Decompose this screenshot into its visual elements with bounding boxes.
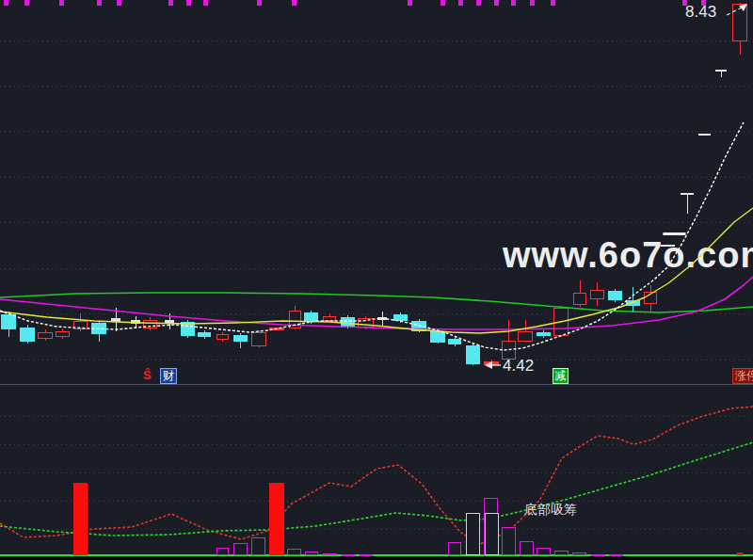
volume-bar bbox=[520, 541, 534, 555]
gridline bbox=[0, 177, 753, 178]
gridline bbox=[0, 472, 753, 473]
top-tick bbox=[458, 0, 463, 6]
candle bbox=[216, 334, 229, 340]
top-tick bbox=[408, 0, 412, 6]
top-tick bbox=[4, 0, 8, 6]
volume-bar bbox=[502, 527, 516, 555]
watermark: www.6o7o.com bbox=[503, 235, 753, 276]
top-tick bbox=[476, 0, 481, 6]
volume-bar bbox=[287, 549, 301, 555]
reduce-marker-badge[interactable]: 减 bbox=[553, 368, 569, 384]
candle bbox=[553, 308, 569, 336]
watermark-text: .com bbox=[686, 235, 753, 275]
candle bbox=[358, 318, 374, 328]
gridline bbox=[0, 222, 753, 223]
candle bbox=[73, 321, 88, 329]
candle bbox=[165, 320, 174, 324]
top-tick bbox=[292, 0, 296, 6]
volume-bar bbox=[73, 483, 88, 555]
volume-bar bbox=[269, 483, 284, 555]
candle bbox=[608, 291, 622, 300]
bottom-accumulation-signal-label: 底部吸筹 bbox=[524, 502, 577, 519]
gridline bbox=[0, 416, 753, 417]
volume-bar bbox=[485, 513, 499, 555]
candle bbox=[1, 314, 16, 329]
candle bbox=[466, 345, 480, 364]
candle bbox=[181, 322, 195, 336]
candle bbox=[484, 361, 499, 365]
candle bbox=[38, 332, 53, 339]
gridline bbox=[0, 444, 753, 445]
candle bbox=[698, 134, 711, 136]
candle bbox=[91, 323, 106, 334]
top-tick bbox=[551, 0, 555, 6]
candle bbox=[341, 317, 355, 328]
candle bbox=[323, 316, 336, 321]
candle bbox=[644, 292, 657, 304]
volume-bar bbox=[737, 552, 743, 555]
gridline bbox=[0, 313, 753, 314]
kline-panel[interactable] bbox=[0, 0, 753, 384]
candle bbox=[411, 321, 426, 331]
candle bbox=[198, 332, 211, 337]
volume-bar bbox=[448, 542, 461, 555]
gridline bbox=[0, 86, 753, 87]
watermark-text-overline: o bbox=[663, 235, 685, 275]
finance-marker-badge[interactable]: 财 bbox=[160, 368, 177, 384]
top-tick bbox=[24, 0, 29, 6]
limit-up-marker-badge[interactable]: 涨停 bbox=[732, 368, 753, 384]
bottom-strip bbox=[0, 556, 753, 560]
volume-bar bbox=[323, 553, 337, 555]
volume-bar bbox=[342, 554, 355, 556]
candle-wick bbox=[687, 195, 688, 214]
top-tick bbox=[494, 0, 499, 6]
indicator-panel[interactable] bbox=[0, 385, 753, 560]
volume-bar bbox=[466, 513, 480, 555]
top-tick bbox=[203, 0, 208, 6]
candle bbox=[681, 193, 694, 195]
top-tick bbox=[530, 0, 535, 6]
candle bbox=[430, 331, 445, 343]
top-tick bbox=[168, 0, 173, 6]
volume-bar bbox=[554, 551, 569, 555]
candle bbox=[56, 331, 70, 337]
volume-bar bbox=[251, 537, 265, 555]
top-tick bbox=[117, 0, 121, 6]
volume-bar bbox=[360, 554, 373, 556]
stock-chart-screen: www.6o7o.com 8.43 4.42 底部吸筹 Ŝ 财 减 涨停 bbox=[0, 0, 753, 560]
gridline bbox=[0, 40, 753, 41]
candle bbox=[715, 70, 727, 72]
candle bbox=[304, 312, 318, 322]
high-price-label: 8.43 bbox=[685, 3, 716, 22]
volume-bar bbox=[572, 552, 586, 555]
candle bbox=[377, 317, 387, 320]
panel-divider bbox=[0, 384, 753, 385]
candle bbox=[537, 332, 551, 336]
candle bbox=[518, 331, 533, 342]
top-tick bbox=[186, 0, 191, 6]
candle bbox=[573, 293, 586, 305]
volume-bar bbox=[609, 554, 623, 556]
candle bbox=[732, 4, 747, 41]
candle bbox=[20, 328, 35, 342]
top-tick bbox=[59, 0, 64, 6]
candle bbox=[251, 332, 266, 346]
volume-bar bbox=[537, 548, 551, 555]
candle-wick bbox=[721, 72, 722, 77]
volume-bar bbox=[216, 548, 229, 555]
volume-bar bbox=[305, 552, 318, 555]
volume-bar bbox=[591, 554, 605, 556]
candle bbox=[448, 339, 461, 344]
top-tick bbox=[511, 0, 516, 6]
candle bbox=[131, 320, 140, 324]
candle bbox=[269, 328, 284, 330]
top-tick bbox=[257, 0, 262, 6]
gridline bbox=[0, 529, 753, 530]
candle bbox=[143, 320, 157, 328]
candle bbox=[289, 311, 301, 328]
candle bbox=[233, 335, 248, 342]
candle bbox=[626, 300, 640, 306]
gridline bbox=[0, 501, 753, 502]
dollar-marker-icon[interactable]: Ŝ bbox=[143, 368, 152, 382]
candle bbox=[393, 314, 408, 321]
